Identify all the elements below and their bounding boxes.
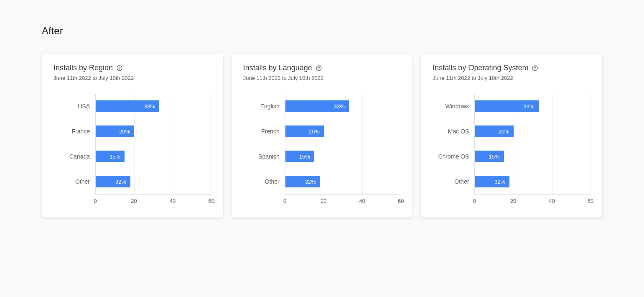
bar-label: Canada bbox=[69, 153, 90, 160]
axis-tick: 60 bbox=[208, 198, 214, 204]
bar-row: France20% bbox=[96, 125, 211, 137]
axis-tick: 20 bbox=[321, 198, 326, 204]
card-subtitle: June 11th 2022 to July 10th 2022 bbox=[433, 75, 591, 81]
gridline bbox=[591, 94, 591, 194]
plot-area: USA33%France20%Canada15%Other32% bbox=[95, 94, 211, 194]
bar-row: Other32% bbox=[96, 176, 211, 187]
bar-label: France bbox=[71, 128, 90, 135]
bar-value: 15% bbox=[109, 154, 120, 160]
axis-tick: 20 bbox=[131, 198, 137, 204]
axis-tick: 20 bbox=[510, 198, 516, 204]
bar-label: Spanish bbox=[258, 153, 280, 160]
card-title: Installs by Language bbox=[243, 64, 312, 72]
bar-value: 32% bbox=[494, 179, 505, 185]
axis-tick: 40 bbox=[549, 198, 555, 204]
help-icon[interactable] bbox=[316, 65, 322, 72]
bar-fill: 15% bbox=[475, 151, 504, 162]
axis-tick: 60 bbox=[398, 198, 404, 204]
bar-value: 15% bbox=[489, 154, 499, 160]
axis-tick: 0 bbox=[94, 198, 97, 204]
bar-value: 33% bbox=[144, 103, 155, 110]
cards-row: Installs by Region June 11th 2022 to Jul… bbox=[42, 54, 602, 218]
bar-row: USA33% bbox=[96, 100, 211, 112]
chart-region: USA33%France20%Canada15%Other32% 0204060 bbox=[53, 94, 211, 206]
x-axis: 0204060 bbox=[95, 194, 211, 206]
axis-tick: 0 bbox=[283, 198, 286, 204]
bars: USA33%France20%Canada15%Other32% bbox=[96, 94, 211, 194]
card-region: Installs by Region June 11th 2022 to Jul… bbox=[42, 54, 223, 218]
card-title: Installs by Operating System bbox=[433, 64, 528, 72]
page-title: After bbox=[42, 25, 602, 37]
card-header: Installs by Language bbox=[243, 64, 401, 72]
plot-area: Windows33%Mac OS20%Chrome OS15%Other32% bbox=[474, 94, 591, 194]
bar-label: Other bbox=[75, 178, 90, 185]
help-icon[interactable] bbox=[116, 65, 123, 72]
axis-tick: 60 bbox=[588, 198, 593, 204]
gridline bbox=[211, 94, 212, 194]
bar-fill: 20% bbox=[475, 125, 513, 137]
bar-row: Windows33% bbox=[475, 100, 591, 112]
help-icon[interactable] bbox=[532, 65, 538, 72]
x-axis: 0204060 bbox=[285, 194, 401, 206]
axis-tick: 0 bbox=[473, 198, 476, 204]
bar-fill: 15% bbox=[285, 151, 314, 162]
bar-fill: 32% bbox=[475, 176, 509, 187]
bar-label: Chrome OS bbox=[438, 153, 469, 160]
bar-value: 20% bbox=[119, 128, 130, 135]
bar-row: Canada15% bbox=[96, 151, 211, 162]
card-subtitle: June 11th 2022 to July 10th 2022 bbox=[243, 75, 401, 81]
bar-label: English bbox=[260, 103, 280, 110]
bar-value: 33% bbox=[334, 103, 345, 110]
bar-row: Other32% bbox=[475, 176, 591, 187]
card-os: Installs by Operating System June 11th 2… bbox=[421, 54, 602, 218]
svg-point-5 bbox=[535, 69, 535, 69]
bar-label: French bbox=[261, 128, 280, 135]
bar-row: Other32% bbox=[285, 176, 401, 187]
chart-language: English33%French20%Spanish15%Other32% 02… bbox=[243, 94, 401, 206]
bar-row: French20% bbox=[285, 125, 401, 137]
bar-fill: 33% bbox=[96, 100, 159, 112]
svg-point-3 bbox=[318, 69, 319, 69]
x-axis: 0204060 bbox=[474, 194, 591, 206]
chart-os: Windows33%Mac OS20%Chrome OS15%Other32% … bbox=[433, 94, 591, 206]
axis-tick: 40 bbox=[170, 198, 176, 204]
bar-value: 32% bbox=[115, 179, 126, 185]
bar-fill: 15% bbox=[96, 151, 125, 162]
bar-fill: 33% bbox=[475, 100, 538, 112]
gridline bbox=[401, 94, 401, 194]
bar-label: Windows bbox=[445, 103, 469, 110]
bar-label: Other bbox=[265, 178, 280, 185]
bar-label: Mac OS bbox=[448, 128, 469, 135]
card-title: Installs by Region bbox=[53, 64, 113, 72]
card-language: Installs by Language June 11th 2022 to J… bbox=[232, 54, 413, 218]
bars: English33%French20%Spanish15%Other32% bbox=[285, 94, 401, 194]
bar-fill: 32% bbox=[96, 176, 130, 187]
card-header: Installs by Region bbox=[53, 64, 211, 72]
bar-fill: 33% bbox=[285, 100, 349, 112]
bar-row: Chrome OS15% bbox=[475, 151, 591, 162]
bar-row: Mac OS20% bbox=[475, 125, 591, 137]
card-header: Installs by Operating System bbox=[433, 64, 591, 72]
bar-fill: 20% bbox=[96, 125, 134, 137]
bar-value: 20% bbox=[499, 128, 509, 135]
bar-row: Spanish15% bbox=[285, 151, 401, 162]
bar-label: Other bbox=[454, 178, 469, 185]
bar-value: 32% bbox=[305, 179, 316, 185]
axis-tick: 40 bbox=[359, 198, 365, 204]
card-subtitle: June 11th 2022 to July 10th 2022 bbox=[53, 75, 211, 81]
bar-value: 15% bbox=[299, 154, 310, 160]
bar-fill: 32% bbox=[285, 176, 320, 187]
bar-row: English33% bbox=[285, 100, 401, 112]
plot-area: English33%French20%Spanish15%Other32% bbox=[285, 94, 401, 194]
bar-value: 20% bbox=[309, 128, 320, 135]
bar-value: 33% bbox=[523, 103, 534, 110]
bars: Windows33%Mac OS20%Chrome OS15%Other32% bbox=[475, 94, 591, 194]
svg-point-1 bbox=[120, 69, 120, 69]
bar-label: USA bbox=[78, 103, 90, 110]
bar-fill: 20% bbox=[285, 125, 324, 137]
